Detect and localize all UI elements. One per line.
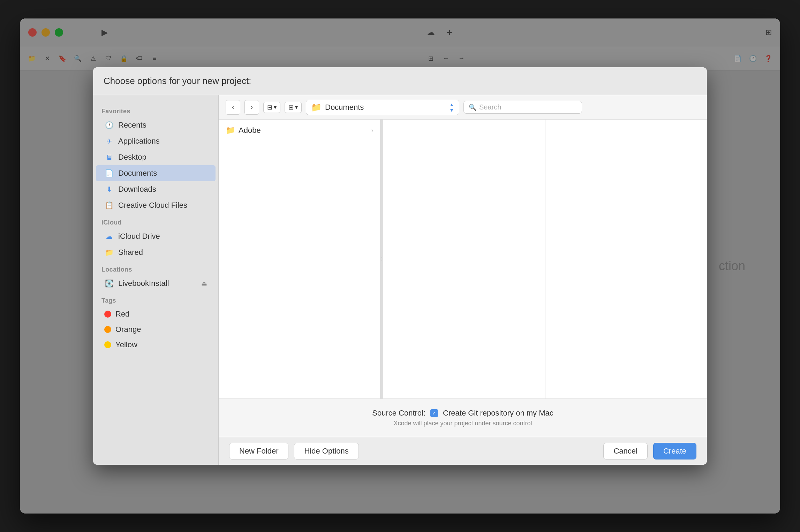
git-checkbox[interactable]: ✓ (430, 409, 438, 417)
sidebar-item-downloads[interactable]: ⬇ Downloads (96, 181, 216, 197)
documents-label: Documents (118, 169, 157, 178)
bottom-bar: New Folder Hide Options Cancel Create (219, 437, 707, 465)
dialog-title-bar: Choose options for your new project: (93, 67, 707, 95)
tag-yellow-label: Yellow (115, 340, 137, 349)
recents-icon: 🕐 (104, 120, 114, 130)
icloud-label: iCloud (93, 216, 218, 228)
search-input[interactable] (479, 103, 577, 111)
favorites-label: Favorites (93, 105, 218, 117)
tag-orange-dot (104, 326, 111, 333)
sidebar-item-recents[interactable]: 🕐 Recents (96, 117, 216, 133)
desktop-label: Desktop (118, 153, 146, 162)
tag-red-label: Red (115, 310, 129, 319)
applications-label: Applications (118, 137, 160, 146)
main-content: ‹ › ⊟ ▾ ⊞ ▾ 📁 Documents (219, 95, 707, 465)
sidebar-item-tag-orange[interactable]: Orange (96, 322, 216, 337)
dialog-body: Favorites 🕐 Recents ✈ Applications 🖥 Des… (93, 95, 707, 465)
adobe-chevron-icon: › (371, 127, 373, 134)
shared-icon: 📁 (104, 248, 114, 257)
source-subtitle: Xcode will place your project under sour… (393, 420, 532, 427)
sidebar-item-documents[interactable]: 📄 Documents (96, 165, 216, 181)
dialog-title: Choose options for your new project: (104, 76, 251, 86)
grid-view-icon: ⊞ (288, 104, 294, 111)
tag-red-dot (104, 311, 111, 318)
browser-column-1: 📁 Adobe › (219, 120, 380, 398)
downloads-icon: ⬇ (104, 184, 114, 194)
grid-view-selector[interactable]: ⊞ ▾ (285, 102, 302, 113)
tag-yellow-dot (104, 341, 111, 348)
shared-label: Shared (118, 248, 143, 257)
sidebar-item-tag-red[interactable]: Red (96, 306, 216, 322)
location-arrows: ▲ ▼ (449, 102, 454, 113)
location-folder-icon: 📁 (311, 102, 322, 112)
locations-label: Locations (93, 263, 218, 275)
location-name: Documents (325, 103, 364, 112)
creative-cloud-label: Creative Cloud Files (118, 201, 187, 210)
icloud-drive-label: iCloud Drive (118, 232, 160, 241)
icloud-drive-icon: ☁ (104, 231, 114, 241)
eject-icon[interactable]: ⏏ (201, 280, 207, 287)
search-icon: 🔍 (469, 104, 476, 111)
hide-options-button[interactable]: Hide Options (294, 443, 359, 459)
location-selector[interactable]: 📁 Documents ▲ ▼ (306, 100, 459, 115)
source-control-row: Source Control: ✓ Create Git repository … (372, 409, 553, 418)
sidebar-item-tag-yellow[interactable]: Yellow (96, 337, 216, 352)
tag-orange-label: Orange (115, 325, 141, 334)
adobe-label: Adobe (239, 126, 261, 135)
browser-column-3 (545, 120, 707, 398)
create-button[interactable]: Create (653, 443, 696, 459)
documents-icon: 📄 (104, 168, 114, 178)
livebook-icon: 💽 (104, 279, 114, 288)
applications-icon: ✈ (104, 136, 114, 146)
git-label: Create Git repository on my Mac (443, 409, 553, 418)
browser-column-2 (383, 120, 545, 398)
livebook-label: LivebookInstall (118, 279, 169, 288)
mac-window: ▶ ☁ + ⊞ 📁 ✕ 🔖 🔍 ⚠ 🛡 🔒 🏷 ≡ ⊞ ← → 📄 🕐 ❓ ct… (20, 18, 780, 514)
forward-button[interactable]: › (244, 100, 259, 115)
sidebar-item-applications[interactable]: ✈ Applications (96, 133, 216, 149)
sidebar-item-shared[interactable]: 📁 Shared (96, 244, 216, 260)
recents-label: Recents (118, 121, 146, 130)
main-toolbar: ‹ › ⊟ ▾ ⊞ ▾ 📁 Documents (219, 95, 707, 120)
new-folder-button[interactable]: New Folder (229, 443, 288, 459)
column-view-chevron: ▾ (274, 104, 277, 111)
search-box[interactable]: 🔍 (463, 101, 582, 114)
sidebar-item-desktop[interactable]: 🖥 Desktop (96, 149, 216, 165)
source-control-label: Source Control: (372, 409, 425, 418)
sidebar-item-creative-cloud[interactable]: 📋 Creative Cloud Files (96, 197, 216, 213)
tags-label: Tags (93, 294, 218, 306)
file-item-adobe[interactable]: 📁 Adobe › (219, 122, 380, 138)
desktop-icon: 🖥 (104, 152, 114, 162)
resize-handle-1[interactable]: ⋮ (380, 120, 383, 398)
file-browser: 📁 Adobe › ⋮ (219, 120, 707, 398)
sidebar: Favorites 🕐 Recents ✈ Applications 🖥 Des… (93, 95, 219, 465)
downloads-label: Downloads (118, 185, 156, 194)
sidebar-item-livebook[interactable]: 💽 LivebookInstall ⏏ (96, 275, 216, 291)
cancel-button[interactable]: Cancel (603, 443, 647, 459)
creative-cloud-icon: 📋 (104, 200, 114, 210)
adobe-folder-icon: 📁 (226, 126, 235, 135)
source-control-bar: Source Control: ✓ Create Git repository … (219, 398, 707, 437)
grid-view-chevron: ▾ (295, 104, 298, 111)
column-view-icon: ⊟ (267, 104, 272, 111)
column-view-selector[interactable]: ⊟ ▾ (263, 102, 280, 113)
back-button[interactable]: ‹ (226, 100, 240, 115)
open-dialog: Choose options for your new project: Fav… (93, 67, 707, 465)
sidebar-item-icloud-drive[interactable]: ☁ iCloud Drive (96, 228, 216, 244)
modal-overlay: Choose options for your new project: Fav… (20, 18, 780, 514)
